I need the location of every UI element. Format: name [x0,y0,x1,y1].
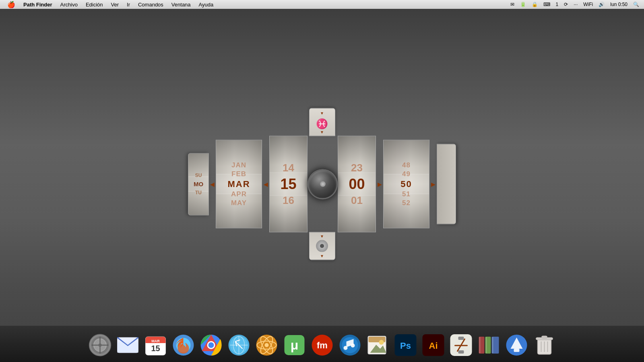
svg-rect-58 [514,349,519,352]
month-jan: JAN [231,161,246,169]
month-apr: APR [231,190,247,198]
menubar-volume-icon[interactable]: 🔊 [597,2,606,7]
menubar: 🍎 Path Finder Archivo Edición Ver Ir Com… [0,0,644,9]
dock-icon-firefox[interactable] [170,332,196,358]
svg-point-29 [264,343,268,347]
day-14: 14 [283,162,294,174]
svg-rect-54 [485,337,487,353]
day-drum[interactable]: 14 15 16 [269,136,308,232]
minute-51: 51 [402,190,411,198]
extra-panel [437,144,456,224]
scrobbler-icon: fm [310,333,334,357]
clock-row: SU MO TU ◀ JAN FEB MAR APR MAY ◀ 14 15 [188,136,456,232]
dock-icon-photoshop[interactable]: Ps [392,332,419,358]
dock-icon-migration[interactable] [504,332,530,358]
month-feb: FEB [231,170,246,178]
svg-text:fm: fm [317,340,328,350]
apple-menu[interactable]: 🍎 [3,1,19,8]
zodiac-indicator: ▼ ♓ ▼ [309,108,335,136]
menubar-sync-icon[interactable]: ⟳ [562,2,570,7]
dow-su: SU [195,171,202,179]
day-prev-arrow[interactable]: ◀ [262,178,269,190]
dock-icon-capo[interactable] [337,332,363,358]
day-16: 16 [283,194,294,207]
firefox-icon [171,333,195,357]
menubar-right: ✉ 🔋 🔒 ⌨ 1 ⟳ ··· WiFi 🔊 lun 0:50 🔍 [509,2,644,7]
zodiac-symbol: ♓ [316,118,328,130]
app-name[interactable]: Path Finder [19,2,56,8]
dow-tu: TU [195,189,202,197]
hour-drum[interactable]: 23 00 01 [338,136,376,232]
menu-comandos[interactable]: Comandos [134,2,167,8]
zodiac-arrow-bottom: ▼ [320,130,324,134]
menubar-dots[interactable]: ··· [572,2,579,7]
dock-icon-directory-utility[interactable] [87,332,113,358]
svg-text:MAR: MAR [151,339,160,343]
dock-icon-preview[interactable] [365,332,391,358]
dock-icon-safari[interactable] [226,332,252,358]
dock-icon-xcode[interactable] [448,332,474,358]
minute-52: 52 [402,199,411,207]
menubar-keyboard-icon[interactable]: ⌨ [542,2,552,7]
ampm-arrow-top: ▼ [320,234,324,239]
menu-edicion[interactable]: Edición [82,2,107,8]
dock: MAR 15 [83,330,561,360]
hour-23: 23 [351,162,363,174]
minute-drum[interactable]: 48 49 50 51 52 [383,140,429,228]
chrome-icon [199,333,223,357]
dock-icon-calendar[interactable]: MAR 15 [142,332,169,358]
month-prev-arrow[interactable]: ◀ [208,178,216,190]
dock-icon-utorrent[interactable]: μ [281,332,308,358]
menubar-lock-icon[interactable]: 🔒 [530,2,539,7]
menu-ver[interactable]: Ver [107,2,123,8]
svg-rect-61 [541,336,547,338]
svg-rect-8 [117,342,138,353]
xcode-icon [449,333,473,357]
openwith-icon [255,333,278,357]
menubar-clock: lun 0:50 [609,2,629,7]
menubar-1password-icon[interactable]: 1 [554,2,560,7]
month-may: MAY [231,199,247,207]
dock-icon-references[interactable] [476,332,502,358]
menubar-search-icon[interactable]: 🔍 [632,2,641,7]
svg-point-36 [343,346,347,350]
minute-48: 48 [402,161,411,169]
clock-center [308,169,338,199]
dock-icon-illustrator[interactable]: Ai [420,332,446,358]
svg-rect-53 [479,337,480,353]
svg-point-37 [351,343,355,348]
dock-icon-trash[interactable] [531,332,557,358]
menu-ventana[interactable]: Ventana [167,2,195,8]
menubar-wifi-icon[interactable]: WiFi [582,2,594,7]
menu-archivo[interactable]: Archivo [56,2,82,8]
hour-01: 01 [351,194,363,207]
capo-icon [338,333,361,357]
menubar-battery-icon[interactable]: 🔋 [518,2,528,7]
day-15: 15 [280,176,296,193]
dock-icon-scrobbler[interactable]: fm [309,332,335,358]
mail-icon [116,333,139,357]
ampm-circle [316,240,328,252]
zodiac-arrow-top: ▼ [320,111,324,115]
references-icon [477,333,500,357]
svg-text:μ: μ [290,338,298,352]
minute-49: 49 [402,170,411,178]
svg-rect-48 [458,337,464,340]
minute-50: 50 [400,179,412,189]
minute-next-arrow[interactable]: ▶ [429,178,437,190]
utorrent-icon: μ [283,333,306,357]
migration-icon [505,333,528,357]
safari-icon [227,333,250,357]
dock-icon-chrome[interactable] [198,332,224,358]
menu-ayuda[interactable]: Ayuda [195,2,218,8]
photoshop-icon: Ps [394,333,417,357]
dock-icon-mail[interactable] [115,332,141,358]
hour-00: 00 [349,176,365,193]
month-drum[interactable]: JAN FEB MAR APR MAY [216,140,262,228]
menu-ir[interactable]: Ir [123,2,134,8]
svg-rect-49 [458,350,464,354]
menubar-mail-icon[interactable]: ✉ [509,2,516,7]
dock-icon-openwith[interactable] [254,332,280,358]
hour-next-arrow[interactable]: ▶ [376,178,383,190]
dow-drum[interactable]: SU MO TU [188,153,209,215]
